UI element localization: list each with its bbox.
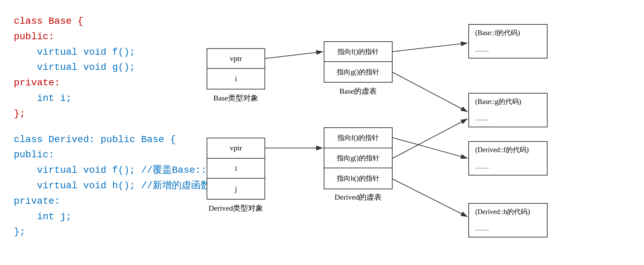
base-object-box: vptr i <box>207 48 265 89</box>
base-vtable-g-cell: 指向g()的指针 <box>324 62 392 82</box>
derived-i-cell: i <box>207 159 264 179</box>
derived-h-title: (Derived::h的代码) <box>475 207 541 216</box>
base-vptr-arrow <box>265 52 323 59</box>
derived-vtable-f-cell: 指向f()的指针 <box>324 128 392 148</box>
derived-f-ellipsis: …… <box>475 162 541 170</box>
base-obj-label: Base类型对象 <box>207 93 265 103</box>
base-f-title: (Base::f的代码) <box>475 28 541 38</box>
diagram-area: vptr i Base类型对象 指向f()的指针 指向g()的指针 Base的虚… <box>179 10 641 255</box>
derived-j-cell: j <box>207 179 264 199</box>
derived-vtable-h-cell: 指向h()的指针 <box>324 168 392 189</box>
derived-vtable-g-cell: 指向g()的指针 <box>324 148 392 169</box>
derived-f-code-box: (Derived::f的代码) …… <box>468 141 548 176</box>
derived-g-to-baseg-arrow <box>393 119 468 158</box>
base-f-code-box: (Base::f的代码) …… <box>468 24 548 59</box>
arrows-svg <box>179 10 641 255</box>
derived-h-code-box: (Derived::h的代码) …… <box>468 203 548 237</box>
base-vtable-label: Base的虚表 <box>324 86 393 96</box>
derived-object-box: vptr i j <box>207 138 265 200</box>
base-vptr-cell: vptr <box>207 49 264 69</box>
base-vtable-box: 指向f()的指针 指向g()的指针 <box>324 41 393 83</box>
derived-f-title: (Derived::f的代码) <box>475 145 541 155</box>
base-g-code-box: (Base::g的代码) …… <box>468 93 548 127</box>
base-f-arrow <box>393 43 468 52</box>
derived-f-arrow <box>393 138 468 158</box>
base-g-arrow <box>393 72 468 112</box>
derived-vtable-box: 指向f()的指针 指向g()的指针 指向h()的指针 <box>324 127 393 189</box>
derived-vtable-label: Derived的虚表 <box>317 192 399 202</box>
derived-h-arrow <box>393 179 468 217</box>
derived-obj-label: Derived类型对象 <box>200 203 272 213</box>
base-f-ellipsis: …… <box>475 45 541 53</box>
derived-h-ellipsis: …… <box>475 224 541 232</box>
base-i-cell: i <box>207 69 264 89</box>
base-vtable-f-cell: 指向f()的指针 <box>324 42 392 62</box>
base-g-ellipsis: …… <box>475 114 541 122</box>
base-g-title: (Base::g的代码) <box>475 97 541 106</box>
derived-vptr-cell: vptr <box>207 138 264 159</box>
